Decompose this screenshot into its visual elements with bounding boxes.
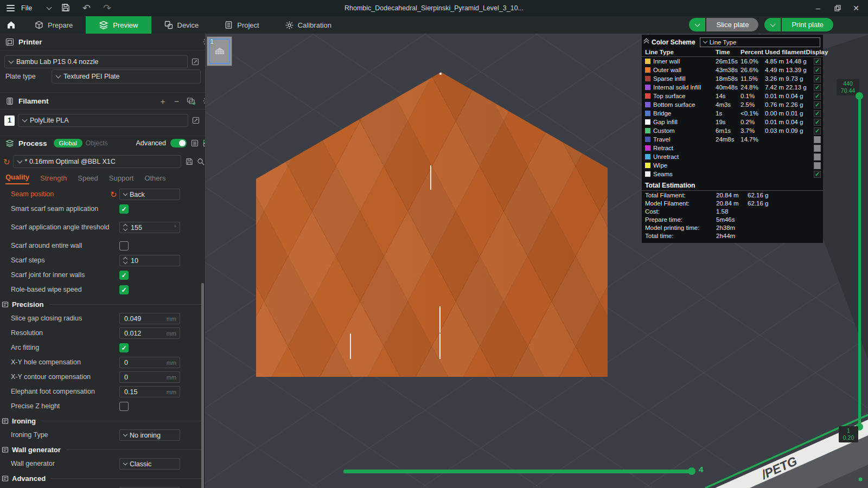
search-icon[interactable]	[197, 158, 205, 165]
dropdown[interactable]: No ironing	[119, 429, 180, 441]
tab-quality[interactable]: Quality	[5, 173, 29, 184]
dropdown[interactable]: Classic	[119, 458, 180, 470]
text-input[interactable]: 0.049mm	[119, 313, 180, 324]
slice-dropdown-button[interactable]	[689, 18, 705, 31]
remove-filament-button[interactable]: −	[174, 97, 179, 105]
param-row-slice-gap-closing-radius: Slice gap closing radius0.049mm	[0, 311, 205, 326]
layer-slider-top-handle[interactable]	[856, 92, 863, 100]
save-preset-icon[interactable]	[186, 158, 193, 165]
edit-filament-icon[interactable]	[192, 117, 200, 124]
preview-viewport[interactable]: /PETG 1 440 70.44 1 0.20	[205, 34, 868, 488]
seam-mark	[439, 306, 441, 333]
printer-preset-dropdown[interactable]: Bambu Lab P1S 0.4 nozzle	[4, 55, 188, 68]
layer-slider-track[interactable]	[858, 96, 861, 427]
checkbox[interactable]: ✓	[119, 204, 129, 214]
filament-section-header: Filament ＋ −	[0, 92, 206, 110]
advanced-toggle[interactable]	[170, 139, 187, 147]
minimize-button[interactable]: –	[809, 0, 827, 16]
checkbox[interactable]	[119, 402, 129, 411]
display-checkbox[interactable]: ✓	[814, 67, 821, 74]
line-type-row-inner-wall: Inner wall26m15s16.0%4.85 m 14.48 g✓	[642, 57, 823, 66]
filament-sync-icon[interactable]	[187, 97, 195, 105]
tab-strength[interactable]: Strength	[40, 174, 67, 184]
color-swatch	[645, 163, 650, 168]
display-checkbox[interactable]	[814, 145, 821, 152]
color-swatch	[645, 137, 650, 142]
display-checkbox[interactable]	[814, 136, 821, 143]
plate-thumbnail[interactable]: 1	[207, 36, 232, 66]
print-plate-button[interactable]: Print plate	[764, 18, 833, 31]
display-checkbox[interactable]: ✓	[814, 171, 821, 178]
text-input[interactable]: 0.15mm	[119, 386, 180, 397]
reset-preset-icon[interactable]: ↻	[3, 158, 10, 166]
line-type-row-travel: Travel24m8s14.7%	[642, 135, 823, 144]
tab-calibration[interactable]: Calibration	[272, 16, 344, 34]
dropdown[interactable]: Back	[119, 189, 180, 200]
restore-button[interactable]	[829, 0, 846, 16]
collapse-panel-icon[interactable]	[644, 39, 648, 45]
display-checkbox[interactable]: ✓	[814, 75, 821, 82]
objects-list-icon[interactable]	[191, 139, 199, 147]
filament-slot-chip[interactable]: 1	[4, 115, 15, 126]
process-preset-row: ↻ * 0.16mm Optimal @BBL X1C	[0, 155, 206, 168]
window-title: Rhombic_Dodecahedral_Sierpinski_Pyramid_…	[0, 4, 868, 12]
tab-others[interactable]: Others	[144, 174, 165, 184]
display-checkbox[interactable]: ✓	[814, 58, 821, 65]
step-slider-track[interactable]	[343, 470, 690, 473]
display-checkbox[interactable]: ✓	[814, 127, 821, 134]
section-header-ironing: Ironing	[0, 414, 205, 428]
text-input[interactable]: 0mm	[119, 371, 180, 383]
display-checkbox[interactable]: ✓	[814, 101, 821, 108]
tab-preview[interactable]: Preview	[86, 16, 151, 34]
display-checkbox[interactable]: ✓	[814, 93, 821, 100]
checkbox[interactable]: ✓	[119, 285, 129, 294]
display-checkbox[interactable]	[814, 162, 821, 169]
text-input[interactable]: 0.012mm	[119, 328, 180, 339]
filament-preset-dropdown[interactable]: PolyLite PLA	[18, 114, 188, 127]
line-type-name: Unretract	[645, 153, 716, 160]
reset-icon[interactable]: ↻	[110, 190, 117, 198]
spinner-value: 10	[131, 257, 138, 265]
time-value: 24m8s	[716, 136, 741, 143]
process-preset-dropdown[interactable]: * 0.16mm Optimal @BBL X1C	[13, 155, 181, 168]
checkbox[interactable]	[119, 241, 129, 251]
scope-objects-label[interactable]: Objects	[86, 139, 108, 147]
plate-type-dropdown[interactable]: Textured PEI Plate	[52, 69, 201, 84]
sidebar-scrollbar[interactable]	[201, 283, 204, 488]
display-checkbox[interactable]: ✓	[814, 84, 821, 91]
percent-value: 0.2%	[741, 119, 765, 125]
total-value-1: 20.84 m	[716, 200, 748, 207]
scope-global-pill[interactable]: Global	[54, 139, 82, 147]
spinner-input[interactable]: 10	[119, 255, 180, 266]
param-row-precise-z-height: Precise Z height	[0, 399, 205, 414]
tab-prepare[interactable]: Prepare	[22, 16, 86, 34]
display-checkbox[interactable]: ✓	[814, 110, 821, 117]
slice-plate-button[interactable]: Slice plate	[689, 18, 758, 31]
tab-project[interactable]: Project	[212, 16, 272, 34]
filament-row: 1 PolyLite PLA	[0, 114, 206, 127]
param-control-wrap: 0.012mm	[119, 328, 180, 339]
step-slider-handle[interactable]	[688, 467, 695, 475]
edit-printer-icon[interactable]	[192, 58, 199, 66]
checkbox[interactable]: ✓	[119, 271, 129, 280]
spinner-input[interactable]: 155°	[119, 222, 180, 233]
display-cell: ✓	[814, 119, 821, 126]
line-type-label: Retract	[653, 145, 673, 151]
display-checkbox[interactable]: ✓	[814, 119, 821, 126]
tab-speed[interactable]: Speed	[78, 174, 98, 184]
tab-support[interactable]: Support	[109, 174, 134, 184]
titlebar: File ↶ ↷ Rhombic_Dodecahedral_Sierpinski…	[0, 0, 868, 16]
print-dropdown-button[interactable]	[764, 18, 781, 31]
text-input[interactable]: 0mm	[119, 357, 180, 368]
display-checkbox[interactable]	[814, 153, 821, 160]
close-button[interactable]: ✕	[847, 0, 865, 16]
home-button[interactable]	[0, 16, 22, 34]
percent-value: <0.1%	[741, 110, 765, 117]
checkbox[interactable]: ✓	[119, 343, 129, 352]
add-filament-button[interactable]: ＋	[158, 97, 167, 105]
scheme-dropdown[interactable]: Line Type	[700, 37, 820, 47]
preview-layers-icon	[99, 21, 108, 29]
section-title: Ironing	[12, 417, 36, 425]
display-cell: ✓	[814, 110, 821, 117]
tab-device[interactable]: Device	[151, 16, 212, 34]
